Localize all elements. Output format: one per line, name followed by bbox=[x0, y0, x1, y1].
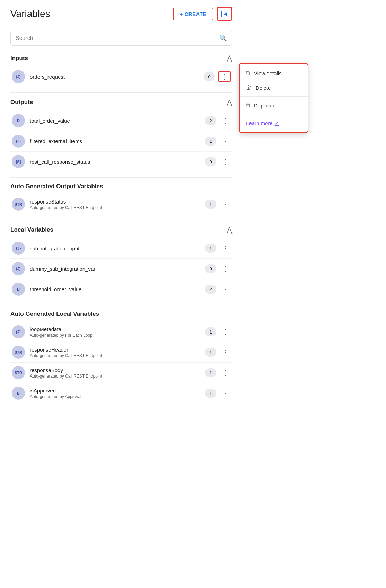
badge-sub-integration-input: {J} bbox=[12, 242, 25, 255]
outputs-chevron-icon[interactable]: ⋀ bbox=[227, 98, 232, 106]
duplicate-icon: ⧉ bbox=[246, 102, 250, 109]
info-responseBody: responseBody Auto-generated by Call REST… bbox=[30, 367, 205, 379]
view-details-label: View details bbox=[254, 70, 282, 76]
delete-label: Delete bbox=[256, 85, 271, 91]
info-threshold-order-value: threshold_order_value bbox=[30, 286, 205, 292]
duplicate-label: Duplicate bbox=[254, 103, 276, 109]
context-view-details[interactable]: ⧉ View details bbox=[240, 66, 308, 80]
info-dummy-sub-integration-var: dummy_sub_integration_var bbox=[30, 266, 205, 272]
name-filtered-external-items: filtered_external_items bbox=[30, 138, 205, 144]
variable-row-loopMetadata: {J} loopMetadata Auto-generated by For E… bbox=[10, 322, 232, 342]
variable-row-sub-integration-input: {J} sub_integration_input 1 ⋮ bbox=[10, 238, 232, 259]
info-orders-request: orders_request bbox=[30, 74, 204, 80]
badge-responseHeader: STR bbox=[12, 346, 25, 359]
menu-btn-responseBody[interactable]: ⋮ bbox=[220, 368, 231, 378]
context-duplicate[interactable]: ⧉ Duplicate bbox=[240, 98, 308, 113]
local-chevron-icon[interactable]: ⋀ bbox=[227, 226, 232, 234]
menu-btn-filtered-external-items[interactable]: ⋮ bbox=[220, 136, 231, 146]
outputs-section-header: Outputs ⋀ bbox=[10, 98, 232, 108]
section-outputs: Outputs ⋀ D total_order_value 2 ⋮ {J} fi… bbox=[10, 98, 232, 172]
outputs-title: Outputs bbox=[10, 99, 33, 106]
badge-threshold-order-value: D bbox=[12, 283, 25, 296]
badge-filtered-external-items: {J} bbox=[12, 135, 25, 148]
count-responseStatus: 1 bbox=[205, 200, 216, 209]
count-loopMetadata: 1 bbox=[205, 327, 216, 336]
inputs-title: Inputs bbox=[10, 55, 28, 62]
subtitle-responseStatus: Auto-generated by Call REST Endpoint bbox=[30, 205, 205, 210]
badge-orders-request: {J} bbox=[12, 70, 25, 83]
name-responseBody: responseBody bbox=[30, 367, 205, 373]
context-menu-divider2 bbox=[240, 114, 308, 114]
badge-responseStatus: STR bbox=[12, 198, 25, 211]
create-button[interactable]: + CREATE bbox=[173, 8, 213, 20]
learn-more-link[interactable]: Learn more ➚ bbox=[240, 116, 308, 130]
learn-more-label: Learn more bbox=[246, 120, 273, 126]
count-filtered-external-items: 1 bbox=[205, 137, 216, 146]
name-rest-call-response-status: rest_call_response_status bbox=[30, 159, 205, 165]
count-responseHeader: 1 bbox=[205, 348, 216, 357]
name-responseStatus: responseStatus bbox=[30, 199, 205, 205]
section-inputs: Inputs ⋀ {J} orders_request 0 ⋮ ⧉ View d… bbox=[10, 54, 232, 87]
divider-4 bbox=[10, 305, 232, 305]
variable-row-filtered-external-items: {J} filtered_external_items 1 ⋮ bbox=[10, 131, 232, 152]
menu-btn-threshold-order-value[interactable]: ⋮ bbox=[220, 284, 231, 294]
info-total-order-value: total_order_value bbox=[30, 118, 205, 124]
external-link-icon: ➚ bbox=[275, 120, 279, 126]
menu-btn-responseStatus[interactable]: ⋮ bbox=[220, 199, 231, 209]
info-loopMetadata: loopMetadata Auto-generated by For Each … bbox=[30, 326, 205, 338]
context-delete[interactable]: 🗑 Delete bbox=[240, 80, 308, 95]
search-wrapper: 🔍 bbox=[10, 31, 232, 46]
info-isApproved: isApproved Auto-generated by Approval bbox=[30, 388, 205, 399]
badge-rest-call-response-status: [S] bbox=[12, 155, 25, 168]
local-title: Local Variables bbox=[10, 226, 53, 233]
subtitle-responseHeader: Auto-generated by Call REST Endpoint bbox=[30, 353, 205, 358]
name-threshold-order-value: threshold_order_value bbox=[30, 286, 205, 292]
variable-row-isApproved: B isApproved Auto-generated by Approval … bbox=[10, 383, 232, 403]
menu-btn-total-order-value[interactable]: ⋮ bbox=[220, 116, 231, 126]
variable-row-rest-call-response-status: [S] rest_call_response_status 0 ⋮ bbox=[10, 152, 232, 172]
auto-output-title: Auto Generated Output Variables bbox=[10, 183, 103, 190]
count-dummy-sub-integration-var: 0 bbox=[205, 264, 216, 273]
subtitle-responseBody: Auto-generated by Call REST Endpoint bbox=[30, 374, 205, 379]
divider-2 bbox=[10, 177, 232, 178]
search-container: 🔍 bbox=[10, 31, 232, 46]
count-orders-request: 0 bbox=[204, 72, 215, 81]
badge-isApproved: B bbox=[12, 387, 25, 400]
name-loopMetadata: loopMetadata bbox=[30, 326, 205, 332]
name-total-order-value: total_order_value bbox=[30, 118, 205, 124]
inputs-chevron-icon[interactable]: ⋀ bbox=[227, 54, 232, 62]
search-input[interactable] bbox=[16, 35, 219, 41]
inputs-section-header: Inputs ⋀ bbox=[10, 54, 232, 64]
auto-output-section-header: Auto Generated Output Variables bbox=[10, 183, 232, 191]
header-actions: + CREATE |◄ bbox=[173, 7, 232, 21]
section-local: Local Variables ⋀ {J} sub_integration_in… bbox=[10, 226, 232, 299]
menu-btn-rest-call-response-status[interactable]: ⋮ bbox=[220, 157, 231, 166]
menu-btn-dummy-sub-integration-var[interactable]: ⋮ bbox=[220, 264, 231, 274]
view-details-icon: ⧉ bbox=[246, 70, 250, 76]
info-filtered-external-items: filtered_external_items bbox=[30, 138, 205, 144]
collapse-button[interactable]: |◄ bbox=[217, 7, 232, 21]
count-sub-integration-input: 1 bbox=[205, 244, 216, 253]
local-section-header: Local Variables ⋀ bbox=[10, 226, 232, 235]
collapse-icon: |◄ bbox=[221, 10, 229, 18]
name-sub-integration-input: sub_integration_input bbox=[30, 245, 205, 251]
info-rest-call-response-status: rest_call_response_status bbox=[30, 159, 205, 165]
section-auto-output: Auto Generated Output Variables STR resp… bbox=[10, 183, 232, 214]
variable-row-orders-request: {J} orders_request 0 ⋮ ⧉ View details 🗑 … bbox=[10, 67, 232, 87]
variable-row-responseHeader: STR responseHeader Auto-generated by Cal… bbox=[10, 342, 232, 363]
page-title: Variables bbox=[10, 8, 50, 19]
menu-btn-loopMetadata[interactable]: ⋮ bbox=[220, 327, 231, 337]
count-isApproved: 1 bbox=[205, 389, 216, 398]
menu-btn-sub-integration-input[interactable]: ⋮ bbox=[220, 243, 231, 253]
context-menu: ⧉ View details 🗑 Delete ⧉ Duplicate Lear… bbox=[239, 63, 308, 133]
menu-btn-isApproved[interactable]: ⋮ bbox=[220, 388, 231, 398]
context-menu-divider bbox=[240, 96, 308, 97]
name-dummy-sub-integration-var: dummy_sub_integration_var bbox=[30, 266, 205, 272]
menu-btn-orders-request[interactable]: ⋮ bbox=[218, 71, 231, 82]
info-responseHeader: responseHeader Auto-generated by Call RE… bbox=[30, 347, 205, 358]
delete-icon: 🗑 bbox=[246, 85, 252, 91]
count-responseBody: 1 bbox=[205, 368, 216, 377]
name-responseHeader: responseHeader bbox=[30, 347, 205, 353]
badge-total-order-value: D bbox=[12, 114, 25, 127]
menu-btn-responseHeader[interactable]: ⋮ bbox=[220, 347, 231, 357]
